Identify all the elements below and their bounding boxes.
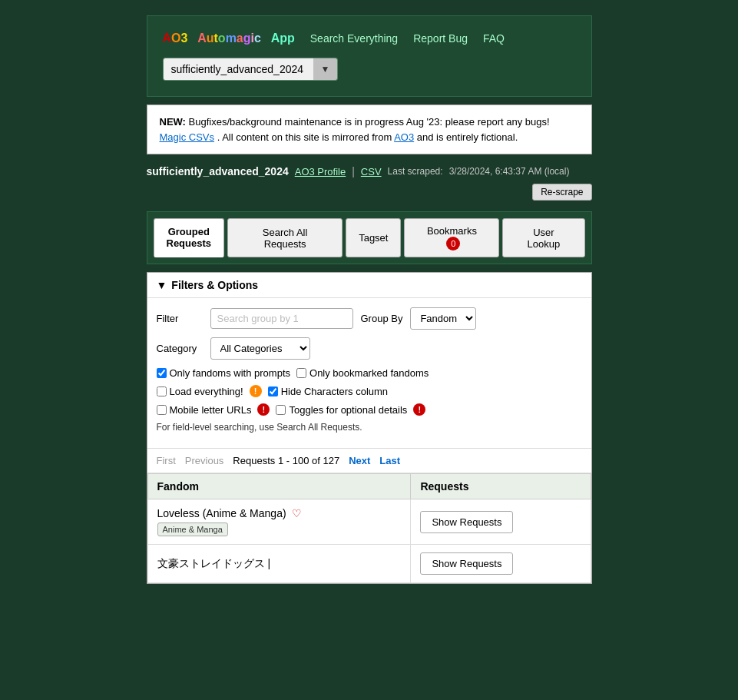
mobile-letter-urls-checkbox[interactable] — [157, 405, 167, 415]
news-text3: and is entirely fictional. — [417, 131, 518, 143]
only-fandoms-prompts-checkbox[interactable] — [157, 368, 167, 378]
category-select[interactable]: All Categories — [210, 337, 310, 360]
hide-characters-label: Hide Characters column — [281, 386, 388, 397]
group-by-select[interactable]: Fandom — [410, 307, 476, 330]
checkbox-row-3: Mobile letter URLs ! Toggles for optiona… — [157, 403, 582, 433]
fandom-cell-2: 文豪ストレイドッグス | — [147, 545, 411, 583]
nav-report-bug[interactable]: Report Bug — [413, 32, 468, 45]
fandom-cell-1: Loveless (Anime & Manga) ♡ Anime & Manga — [147, 499, 411, 545]
table-row-2: 文豪ストレイドッグス | Show Requests — [147, 545, 591, 583]
auto-o: o — [218, 32, 226, 45]
checkbox-row-1: Only fandoms with prompts Only bookmarke… — [157, 367, 582, 379]
user-select-box: ▼ — [163, 58, 339, 81]
rescrape-button[interactable]: Re-scrape — [532, 184, 591, 201]
auto-c: c — [254, 32, 261, 45]
fandom-name-1: Loveless (Anime & Manga) — [157, 507, 286, 519]
filters-header[interactable]: ▼ Filters & Options — [147, 273, 591, 298]
previous-page-link: Previous — [185, 455, 224, 466]
only-fandoms-prompts-label: Only fandoms with prompts — [170, 367, 291, 379]
app-title: AO3 Automagic App — [163, 32, 295, 45]
category-label: Category — [157, 343, 203, 354]
separator: | — [352, 165, 355, 177]
ao3-link[interactable]: AO3 — [394, 131, 414, 143]
requests-table: Fandom Requests Loveless (Anime & Manga)… — [147, 473, 591, 583]
tab-search-all-requests[interactable]: Search All Requests — [227, 218, 343, 257]
nav-search-everything[interactable]: Search Everything — [310, 32, 398, 45]
fandom-name-2: 文豪ストレイドッグス | — [157, 557, 271, 569]
col-requests: Requests — [411, 474, 591, 499]
mobile-letter-urls-label: Mobile letter URLs — [170, 404, 252, 416]
filters-body: Filter Group By Fandom Category All Cate… — [147, 298, 591, 449]
filter-label: Filter — [157, 313, 203, 324]
user-info-bar: sufficiently_advanced_2024 AO3 Profile |… — [147, 162, 592, 204]
only-bookmarked-checkbox[interactable] — [296, 368, 306, 378]
load-everything-checkbox[interactable] — [157, 386, 167, 396]
csv-link[interactable]: CSV — [361, 166, 382, 177]
new-badge: NEW: — [160, 116, 186, 128]
tab-bookmarks[interactable]: Bookmarks 0 — [404, 218, 499, 257]
checkbox-row-2: Load everything! ! Hide Characters colum… — [157, 385, 582, 397]
mobile-letter-urls-item[interactable]: Mobile letter URLs — [157, 404, 252, 416]
hide-characters-checkbox[interactable] — [268, 386, 278, 396]
filter-search-input[interactable] — [210, 308, 353, 329]
load-everything-label: Load everything! — [170, 386, 243, 397]
load-everything-item[interactable]: Load everything! — [157, 386, 243, 397]
tab-tagset[interactable]: Tagset — [346, 218, 401, 257]
load-everything-info-icon: ! — [250, 385, 262, 397]
first-page-link: First — [157, 455, 176, 466]
content-area: ▼ Filters & Options Filter Group By Fand… — [147, 272, 592, 584]
main-container: AO3 Automagic App Search Everything Repo… — [147, 15, 592, 685]
auto-app: App — [271, 32, 295, 45]
mobile-letter-urls-info-icon: ! — [257, 403, 270, 416]
toggles-optional-item[interactable]: Toggles for optional details — [276, 404, 407, 416]
next-page-link[interactable]: Next — [349, 455, 370, 466]
tab-user-lookup[interactable]: User Lookup — [502, 218, 584, 257]
last-page-link[interactable]: Last — [379, 455, 400, 466]
user-select-input[interactable] — [164, 58, 313, 80]
toggles-optional-checkbox[interactable] — [276, 405, 286, 415]
nav-faq[interactable]: FAQ — [483, 32, 505, 45]
tab-grouped-requests[interactable]: GroupedRequests — [154, 218, 225, 257]
news-text2: . All content on this site is mirrored f… — [217, 131, 392, 143]
tabs-box: GroupedRequests Search All Requests Tags… — [147, 211, 592, 264]
show-requests-btn-1[interactable]: Show Requests — [420, 511, 513, 533]
news-text1: Bugfixes/background maintenance is in pr… — [189, 116, 550, 128]
user-select-dropdown-btn[interactable]: ▼ — [313, 58, 338, 80]
toggles-optional-info-icon: ! — [413, 403, 425, 416]
ao3-3-letter: 3 — [181, 32, 188, 45]
news-box: NEW: Bugfixes/background maintenance is … — [147, 105, 592, 154]
heart-icon-1[interactable]: ♡ — [292, 507, 302, 519]
ao3-o-letter: O — [171, 32, 180, 45]
only-fandoms-prompts-item[interactable]: Only fandoms with prompts — [157, 367, 291, 379]
table-header-row: Fandom Requests — [147, 474, 591, 499]
only-bookmarked-label: Only bookmarked fandoms — [309, 367, 429, 379]
page-info: Requests 1 - 100 of 127 — [233, 455, 339, 466]
username-display: sufficiently_advanced_2024 — [147, 165, 289, 177]
last-scraped-value: 3/28/2024, 6:43:37 AM (local) — [449, 166, 570, 177]
user-selector: ▼ — [163, 58, 576, 81]
filters-title: Filters & Options — [171, 279, 258, 291]
magic-csvs-link[interactable]: Magic CSVs — [160, 131, 215, 143]
last-scraped-label: Last scraped: — [388, 166, 443, 177]
auto-g: g — [243, 32, 251, 45]
group-by-label: Group By — [361, 313, 403, 324]
collapse-icon: ▼ — [157, 279, 167, 291]
tabs-row: GroupedRequests Search All Requests Tags… — [154, 218, 585, 257]
app-header: AO3 Automagic App Search Everything Repo… — [163, 32, 576, 45]
auto-a2: a — [237, 32, 243, 45]
hide-characters-item[interactable]: Hide Characters column — [268, 386, 388, 397]
show-requests-btn-2[interactable]: Show Requests — [420, 552, 513, 575]
pagination-row: First Previous Requests 1 - 100 of 127 N… — [147, 449, 591, 473]
ao3-profile-link[interactable]: AO3 Profile — [295, 166, 346, 177]
auto-a: A — [197, 32, 207, 45]
field-search-note: For field-level searching, use Search Al… — [157, 422, 362, 433]
category-tag-1: Anime & Manga — [157, 523, 228, 536]
only-bookmarked-item[interactable]: Only bookmarked fandoms — [296, 367, 429, 379]
toggles-optional-label: Toggles for optional details — [289, 404, 407, 416]
table-row: Loveless (Anime & Manga) ♡ Anime & Manga… — [147, 499, 591, 545]
app-box: AO3 Automagic App Search Everything Repo… — [147, 15, 592, 97]
category-row: Category All Categories — [157, 337, 582, 360]
tab-bookmarks-label: Bookmarks — [427, 225, 477, 237]
col-fandom: Fandom — [147, 474, 411, 499]
filter-input-row: Filter Group By Fandom — [157, 307, 582, 330]
